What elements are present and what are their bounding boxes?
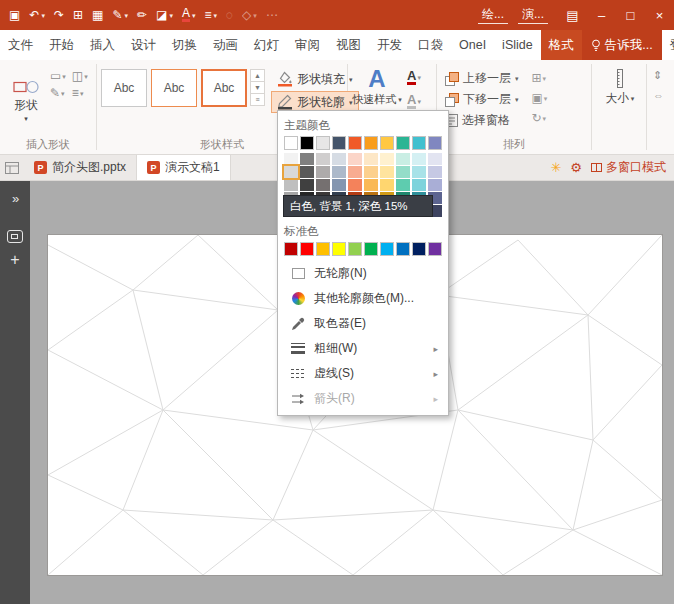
theme-color-swatch[interactable] xyxy=(316,136,330,150)
theme-color-swatch[interactable] xyxy=(364,136,378,150)
width-button[interactable]: ⇔ xyxy=(651,88,666,102)
ribbon-tab-13[interactable]: iSlide xyxy=(494,30,541,60)
shape-fill-button[interactable]: 形状填充 ▾ xyxy=(271,68,359,90)
standard-color-swatch[interactable] xyxy=(396,242,410,256)
standard-color-swatch[interactable] xyxy=(380,242,394,256)
theme-color-variant-swatch[interactable] xyxy=(284,153,298,165)
text-box-button[interactable]: ≡▾ xyxy=(70,86,90,100)
titlebar-label-presentation[interactable]: 演... xyxy=(518,6,548,24)
theme-color-variant-swatch[interactable] xyxy=(316,179,330,191)
theme-color-variant-swatch[interactable] xyxy=(300,166,314,178)
theme-color-variant-swatch[interactable] xyxy=(316,166,330,178)
bring-forward-button[interactable]: 上移一层 ▾ xyxy=(441,68,523,89)
standard-color-swatch[interactable] xyxy=(332,242,346,256)
ribbon-tab-9[interactable]: 视图 xyxy=(328,30,369,60)
theme-color-variant-swatch[interactable] xyxy=(364,179,378,191)
shape-style-3[interactable]: Abc xyxy=(201,69,247,107)
pen-icon[interactable]: ✎▾ xyxy=(108,3,132,27)
send-backward-button[interactable]: 下移一层 ▾ xyxy=(441,89,523,110)
text-fill-button[interactable]: A▾ xyxy=(405,68,423,86)
minimize-button[interactable]: – xyxy=(587,0,616,30)
theme-color-variant-swatch[interactable] xyxy=(364,153,378,165)
theme-color-variant-swatch[interactable] xyxy=(428,179,442,191)
add-slide-icon[interactable]: + xyxy=(10,252,19,268)
ribbon-tab-11[interactable]: 口袋 xyxy=(410,30,451,60)
convert-ink-icon[interactable]: ◇▾ xyxy=(238,3,261,27)
theme-color-variant-swatch[interactable] xyxy=(396,166,410,178)
theme-color-variant-swatch[interactable] xyxy=(396,179,410,191)
ribbon-options-icon[interactable]: ▤ xyxy=(558,0,587,30)
ink-thickness-icon[interactable]: ≡▾ xyxy=(200,3,221,27)
theme-color-variant-swatch[interactable] xyxy=(428,153,442,165)
merge-shapes-button[interactable]: ◫▾ xyxy=(70,69,90,83)
ribbon-tab-8[interactable]: 审阅 xyxy=(287,30,328,60)
ribbon-tab-12[interactable]: OneI xyxy=(451,30,494,60)
theme-color-variant-swatch[interactable] xyxy=(380,153,394,165)
redo-icon[interactable]: ↷ xyxy=(50,3,68,27)
theme-color-variant-swatch[interactable] xyxy=(332,153,346,165)
theme-color-swatch[interactable] xyxy=(412,136,426,150)
edit-shape-button[interactable]: ✎▾ xyxy=(48,86,68,100)
ribbon-tab-1[interactable]: 文件 xyxy=(0,30,41,60)
theme-color-variant-swatch[interactable] xyxy=(412,166,426,178)
window-list-icon[interactable] xyxy=(0,155,24,180)
shape-style-1[interactable]: Abc xyxy=(101,69,147,107)
slideshow-icon[interactable]: ⊞ xyxy=(69,3,87,27)
menu-item-eyedropper[interactable]: 取色器(E) xyxy=(284,311,442,336)
ribbon-tab-6[interactable]: 动画 xyxy=(205,30,246,60)
theme-color-swatch[interactable] xyxy=(396,136,410,150)
lasso-select-icon[interactable]: ◌ xyxy=(222,3,237,27)
ribbon-tab-3[interactable]: 插入 xyxy=(82,30,123,60)
highlighter-icon[interactable]: ✏ xyxy=(133,3,151,27)
text-outline-button[interactable]: A▾ xyxy=(405,92,423,110)
ribbon-tab-5[interactable]: 切换 xyxy=(164,30,205,60)
rotate-objects-button[interactable]: ↻▾ xyxy=(530,110,550,126)
standard-color-swatch[interactable] xyxy=(412,242,426,256)
theme-color-variant-swatch[interactable] xyxy=(348,153,362,165)
standard-color-swatch[interactable] xyxy=(300,242,314,256)
theme-color-variant-swatch[interactable] xyxy=(412,153,426,165)
theme-color-variant-swatch[interactable] xyxy=(348,179,362,191)
theme-color-swatch[interactable] xyxy=(284,136,298,150)
ribbon-tab-10[interactable]: 开发 xyxy=(369,30,410,60)
sign-in-button[interactable]: 登录 xyxy=(662,30,674,60)
standard-color-swatch[interactable] xyxy=(348,242,362,256)
theme-color-swatch[interactable] xyxy=(300,136,314,150)
thumbnails-panel-icon[interactable] xyxy=(7,230,23,243)
theme-color-variant-swatch[interactable] xyxy=(300,179,314,191)
theme-color-swatch[interactable] xyxy=(332,136,346,150)
menu-item-no-outline[interactable]: 无轮廓(N) xyxy=(284,261,442,286)
theme-color-variant-swatch[interactable] xyxy=(380,166,394,178)
theme-color-variant-swatch[interactable] xyxy=(284,179,298,191)
expand-panel-icon[interactable]: » xyxy=(12,191,18,206)
menu-item-weight[interactable]: 粗细(W)▸ xyxy=(284,336,442,361)
theme-color-variant-swatch[interactable] xyxy=(316,153,330,165)
ribbon-tab-4[interactable]: 设计 xyxy=(123,30,164,60)
close-button[interactable]: × xyxy=(645,0,674,30)
standard-color-swatch[interactable] xyxy=(316,242,330,256)
selection-pane-button[interactable]: 选择窗格 xyxy=(441,110,523,131)
theme-color-variant-swatch[interactable] xyxy=(412,179,426,191)
menu-item-more-colors[interactable]: 其他轮廓颜色(M)... xyxy=(284,286,442,311)
theme-color-variant-swatch[interactable] xyxy=(332,179,346,191)
theme-color-swatch[interactable] xyxy=(348,136,362,150)
group-objects-button[interactable]: ▣▾ xyxy=(530,90,550,106)
multi-window-mode-button[interactable]: 多窗口模式 xyxy=(591,159,666,176)
more-commands-icon[interactable]: ⋯ xyxy=(262,3,282,27)
standard-color-swatch[interactable] xyxy=(284,242,298,256)
standard-color-swatch[interactable] xyxy=(428,242,442,256)
document-tab-inactive[interactable]: P 简介头图.pptx xyxy=(24,155,137,180)
theme-color-variant-swatch[interactable] xyxy=(428,166,442,178)
height-button[interactable]: ⇕ xyxy=(651,68,666,83)
menu-item-dashes[interactable]: 虚线(S)▸ xyxy=(284,361,442,386)
theme-color-variant-swatch[interactable] xyxy=(348,166,362,178)
size-button[interactable]: 大小▾ xyxy=(596,63,644,154)
theme-color-swatch[interactable] xyxy=(428,136,442,150)
grid-icon[interactable]: ▦ xyxy=(88,3,107,27)
theme-color-variant-swatch[interactable] xyxy=(396,153,410,165)
theme-color-variant-swatch[interactable] xyxy=(300,153,314,165)
theme-color-variant-swatch[interactable] xyxy=(364,166,378,178)
shape-style-2[interactable]: Abc xyxy=(151,69,197,107)
theme-color-variant-swatch[interactable] xyxy=(380,179,394,191)
theme-color-variant-swatch[interactable] xyxy=(332,166,346,178)
